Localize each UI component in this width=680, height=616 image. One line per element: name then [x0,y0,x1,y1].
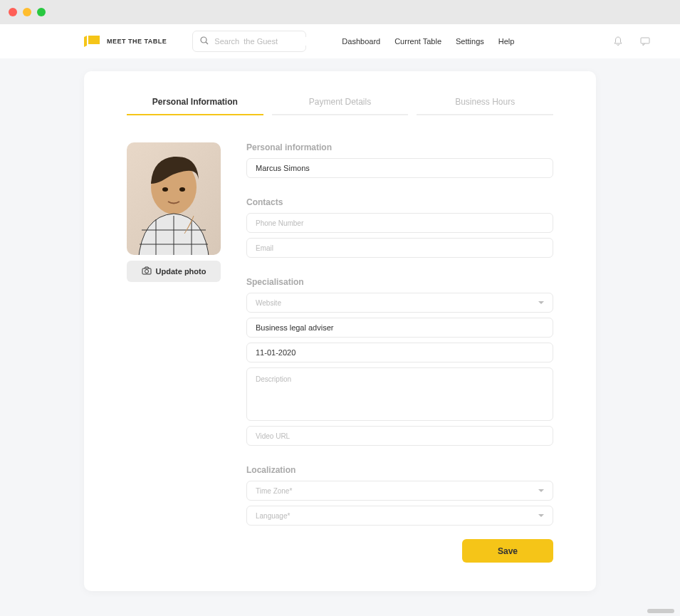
website-select[interactable]: Website [246,293,553,313]
bell-icon[interactable] [612,35,624,48]
tabs: Personal Information Payment Details Bus… [127,88,553,115]
nav-current-table[interactable]: Current Table [394,37,441,46]
section-contacts-label: Contacts [246,197,553,207]
description-field[interactable] [246,367,553,421]
update-photo-button[interactable]: Update photo [127,261,221,282]
svg-point-4 [162,187,168,192]
section-specialisation-label: Specialisation [246,277,553,287]
section-personal-label: Personal information [246,142,553,152]
svg-line-1 [206,42,208,44]
settings-card: Personal Information Payment Details Bus… [84,71,596,591]
video-url-field[interactable] [246,426,553,446]
phone-field[interactable] [246,213,553,233]
language-select[interactable]: Language* [246,506,553,526]
content: Personal Information Payment Details Bus… [0,58,680,616]
logo-icon [84,36,101,47]
title-field[interactable] [246,318,553,338]
nav-settings[interactable]: Settings [456,37,484,46]
topbar: MEET THE TABLE Dashboard Current Table S… [0,24,680,58]
update-photo-label: Update photo [156,267,206,276]
svg-point-0 [201,37,206,43]
language-placeholder: Language* [256,512,290,520]
save-button[interactable]: Save [462,539,553,563]
camera-icon [142,266,152,276]
photo-column: Update photo [127,142,221,563]
email-field[interactable] [246,238,553,258]
avatar [127,142,221,255]
nav-help[interactable]: Help [498,37,515,46]
website-placeholder: Website [256,299,281,307]
form-column: Personal information Contacts Specialisa… [246,142,553,563]
chat-icon[interactable] [639,35,652,48]
section-localization-label: Localization [246,465,553,475]
tab-payment-details[interactable]: Payment Details [272,88,409,115]
timezone-select[interactable]: Time Zone* [246,481,553,501]
timezone-placeholder: Time Zone* [256,487,292,495]
logo-text: MEET THE TABLE [107,38,167,45]
search-icon [200,35,209,48]
window-close-icon[interactable] [9,8,17,16]
svg-point-5 [179,187,185,192]
svg-rect-2 [641,38,649,43]
name-field[interactable] [246,158,553,178]
scrollbar-horizontal[interactable] [647,609,674,613]
date-field[interactable] [246,343,553,362]
svg-point-12 [145,270,148,273]
search-box[interactable] [192,31,306,52]
nav-links: Dashboard Current Table Settings Help [342,37,514,46]
topbar-right [612,35,652,48]
tab-business-hours[interactable]: Business Hours [417,88,553,115]
logo[interactable]: MEET THE TABLE [84,36,167,47]
window-minimize-icon[interactable] [23,8,31,16]
search-input[interactable] [214,37,313,46]
window-chrome [0,0,680,24]
window-maximize-icon[interactable] [37,8,46,16]
nav-dashboard[interactable]: Dashboard [342,37,380,46]
tab-personal-information[interactable]: Personal Information [127,88,263,115]
